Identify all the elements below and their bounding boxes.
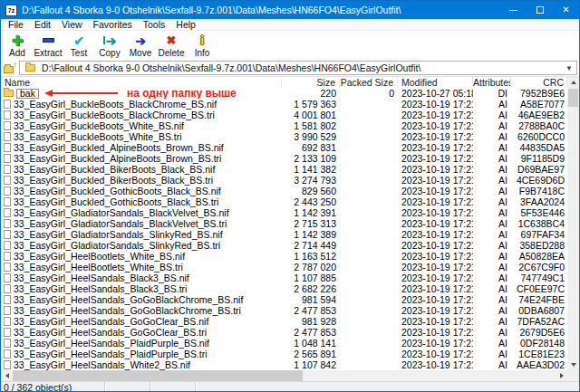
- cell-size: 3 274 793: [282, 175, 340, 186]
- cell-attr: AI: [473, 305, 511, 316]
- table-row[interactable]: 33_EasyGirl_HeelBootlets_White_BS.tri2 7…: [1, 262, 579, 272]
- file-name: 33_EasyGirl_Buckled_AlpineBoots_Brown_BS…: [14, 142, 224, 153]
- file-name: 33_EasyGirl_HeelSandals_White2_BS.nif: [14, 359, 190, 370]
- vertical-scrollbar[interactable]: [567, 77, 579, 370]
- file-name: 33_EasyGirl_Buckled_AlpineBoots_Brown_BS…: [14, 153, 221, 164]
- copy-button[interactable]: ➔ Copy: [94, 31, 125, 60]
- table-row[interactable]: 33_EasyGirl_HeelSandals_White2_BS.nif1 1…: [1, 359, 579, 370]
- scroll-up-button[interactable]: [567, 77, 579, 88]
- extract-button[interactable]: Extract: [33, 31, 63, 60]
- horizontal-scroll-track[interactable]: [303, 370, 556, 381]
- folder-icon: [4, 90, 14, 97]
- horizontal-scroll-thumb[interactable]: [13, 370, 303, 381]
- table-row[interactable]: 33_EasyGirl_HeelBootlets_White_BS.nif1 1…: [1, 251, 579, 262]
- cell-size: 1 107 885: [282, 272, 340, 283]
- info-button[interactable]: i Info: [187, 31, 218, 60]
- table-row[interactable]: 33_EasyGirl_HeelSandals_Black3_BS.nif1 1…: [1, 272, 579, 283]
- cell-crc: 7952B9E6: [511, 88, 567, 99]
- table-row[interactable]: 33_EasyGirl_HeelSandals_PlaidPurple_BS.n…: [1, 338, 579, 349]
- table-row[interactable]: bakна одну папку выше22002023-10-27 05:1…: [1, 88, 579, 99]
- file-icon: [4, 263, 11, 272]
- menu-tools[interactable]: Tools: [138, 19, 171, 30]
- table-row[interactable]: 33_EasyGirl_HeelSandals_GoGoClear_BS.nif…: [1, 316, 579, 327]
- cell-attr: AI: [473, 283, 511, 294]
- cell-mod: 2023-10-19 17:21: [398, 131, 473, 142]
- maximize-button[interactable]: [527, 1, 553, 19]
- column-header-crc[interactable]: CRC: [511, 77, 567, 88]
- folder-up-icon[interactable]: ↑: [4, 62, 16, 73]
- table-row[interactable]: 33_EasyGirl_HeelSandals_GoGoClear_BS.tri…: [1, 327, 579, 338]
- cell-attr: AI: [473, 359, 511, 370]
- file-name: 33_EasyGirl_BuckleBoots_White_BS.nif: [14, 120, 184, 131]
- table-row[interactable]: 33_EasyGirl_GladiatorSandals_BlackVelvet…: [1, 218, 579, 229]
- cell-crc: 0DF28148: [511, 338, 567, 349]
- table-row[interactable]: 33_EasyGirl_HeelSandals_GoGoBlackChrome_…: [1, 305, 579, 316]
- file-name: 33_EasyGirl_GladiatorSandals_SlinkyRed_B…: [14, 229, 223, 240]
- cell-crc: 0DBA6807: [511, 305, 567, 316]
- menu-help[interactable]: Help: [170, 19, 201, 30]
- column-header-packed-size[interactable]: Packed Size: [340, 77, 398, 88]
- horizontal-scrollbar[interactable]: [1, 370, 579, 381]
- cell-attr: AI: [473, 229, 511, 240]
- file-icon: [4, 273, 11, 282]
- table-row[interactable]: 33_EasyGirl_HeelSandals_Black3_BS.tri2 6…: [1, 283, 579, 294]
- table-row[interactable]: 33_EasyGirl_GladiatorSandals_BlackVelvet…: [1, 207, 579, 218]
- table-row[interactable]: 33_EasyGirl_Buckled_AlpineBoots_Brown_BS…: [1, 153, 579, 164]
- add-button[interactable]: ✚ Add: [2, 31, 33, 60]
- info-button-label: Info: [195, 48, 210, 58]
- column-header-attributes[interactable]: Attributes: [473, 77, 511, 88]
- column-header-name[interactable]: Name: [1, 77, 282, 88]
- cell-mod: 2023-10-19 17:21: [398, 262, 473, 272]
- file-icon: [4, 252, 11, 261]
- delete-button[interactable]: ✖ Delete: [156, 31, 187, 60]
- table-row[interactable]: 33_EasyGirl_Buckled_AlpineBoots_Brown_BS…: [1, 142, 579, 153]
- test-button[interactable]: ✔ Test: [63, 31, 94, 60]
- table-row[interactable]: 33_EasyGirl_BuckleBoots_BlackChrome_BS.t…: [1, 110, 579, 120]
- column-header-modified[interactable]: Modified: [398, 77, 473, 88]
- chevron-down-icon[interactable]: ▼: [566, 64, 573, 72]
- scroll-left-button[interactable]: [1, 370, 13, 381]
- cell-attr: AI: [473, 218, 511, 229]
- cell-attr: AI: [473, 240, 511, 251]
- table-row[interactable]: 33_EasyGirl_HeelSandals_PlaidPurple_BS.t…: [1, 349, 579, 359]
- scroll-right-button[interactable]: [556, 370, 567, 381]
- menu-favorites[interactable]: Favorites: [88, 19, 138, 30]
- table-row[interactable]: 33_EasyGirl_Buckled_GothicBoots_Black_BS…: [1, 186, 579, 196]
- table-row[interactable]: 33_EasyGirl_Buckled_BikerBoots_Black_BS.…: [1, 164, 579, 175]
- file-list: bakна одну папку выше22002023-10-27 05:1…: [1, 88, 579, 370]
- cell-crc: AAEA3D02: [511, 359, 567, 370]
- table-row[interactable]: 33_EasyGirl_BuckleBoots_White_BS.tri3 99…: [1, 131, 579, 142]
- column-header-size[interactable]: Size: [282, 77, 340, 88]
- cell-mod: 2023-10-19 17:21: [398, 175, 473, 186]
- vertical-scroll-thumb[interactable]: [568, 89, 578, 107]
- menu-file[interactable]: File: [3, 19, 29, 30]
- menu-edit[interactable]: Edit: [29, 19, 56, 30]
- cell-mod: 2023-10-19 17:21: [398, 251, 473, 262]
- copy-button-label: Copy: [99, 48, 120, 58]
- table-row[interactable]: 33_EasyGirl_GladiatorSandals_SlinkyRed_B…: [1, 240, 579, 251]
- toolbar: ✚ Add Extract ✔ Test ➔ Copy ➔ Move ✖ Del…: [1, 31, 579, 60]
- red-annotation: на одну папку выше: [44, 88, 237, 99]
- cell-size: 692 831: [282, 142, 340, 153]
- table-row[interactable]: 33_EasyGirl_Buckled_BikerBoots_Black_BS.…: [1, 175, 579, 186]
- table-row[interactable]: 33_EasyGirl_BuckleBoots_BlackChrome_BS.n…: [1, 99, 579, 110]
- cell-crc: A50828EA: [511, 251, 567, 262]
- move-arrow-icon: ➔: [135, 33, 146, 48]
- close-button[interactable]: ✕: [553, 1, 579, 19]
- cell-mod: 2023-10-19 17:21: [398, 164, 473, 175]
- cell-attr: AI: [473, 316, 511, 327]
- table-row[interactable]: 33_EasyGirl_BuckleBoots_White_BS.nif1 58…: [1, 120, 579, 131]
- menu-view[interactable]: View: [56, 19, 88, 30]
- scroll-down-button[interactable]: [567, 359, 579, 370]
- file-icon: [4, 208, 11, 217]
- file-name: 33_EasyGirl_BuckleBoots_White_BS.tri: [14, 131, 182, 142]
- table-row[interactable]: 33_EasyGirl_GladiatorSandals_SlinkyRed_B…: [1, 229, 579, 240]
- cell-size: 1 163 512: [282, 251, 340, 262]
- cell-attr: AI: [473, 349, 511, 359]
- table-row[interactable]: 33_EasyGirl_Buckled_GothicBoots_Black_BS…: [1, 196, 579, 207]
- table-row[interactable]: 33_EasyGirl_HeelSandals_GoGoBlackChrome_…: [1, 294, 579, 305]
- minimize-button[interactable]: [500, 1, 527, 19]
- address-combo-box[interactable]: D:\Fallout 4 Sborka 9-0 Otshelnik\Sexfal…: [19, 61, 577, 75]
- move-button[interactable]: ➔ Move: [125, 31, 156, 60]
- file-icon: [4, 132, 11, 141]
